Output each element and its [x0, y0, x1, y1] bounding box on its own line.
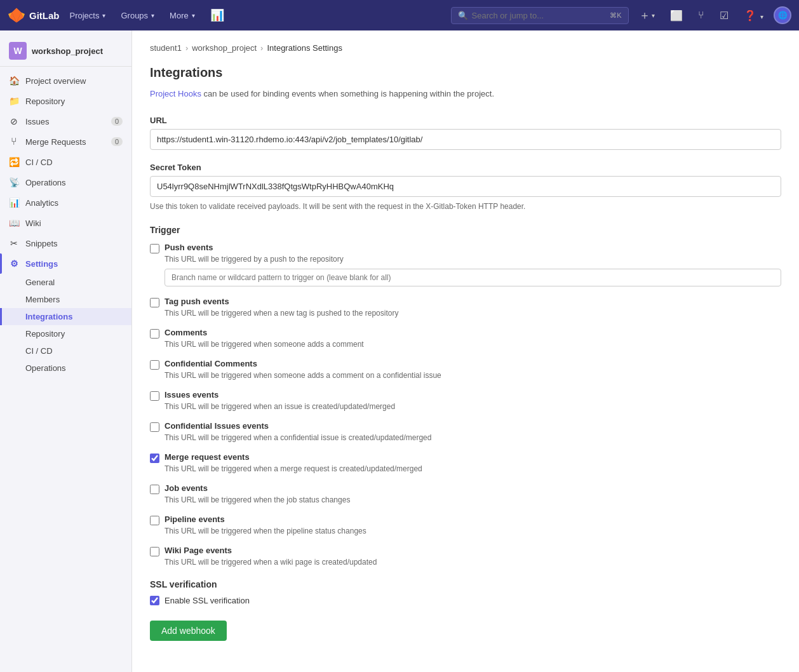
pipeline-events-checkbox[interactable]: [150, 516, 159, 525]
sidebar-item-label: Analytics: [25, 198, 58, 208]
sidebar-item-label: Merge Requests: [25, 137, 86, 147]
breadcrumb-current: Integrations Settings: [267, 43, 342, 53]
url-label: URL: [150, 116, 781, 125]
project-header: W workshop_project: [0, 36, 131, 67]
merge-request-events-name: Merge request events: [164, 452, 250, 462]
job-events-checkbox[interactable]: [150, 485, 159, 494]
breadcrumb: student1 › workshop_project › Integratio…: [150, 43, 781, 53]
issues-events-name: Issues events: [164, 390, 218, 400]
groups-chevron-icon: ▾: [151, 12, 154, 19]
sidebar-item-project-overview[interactable]: 🏠 Project overview: [0, 71, 131, 91]
confidential-issues-events-name: Confidential Issues events: [164, 421, 269, 431]
sidebar-item-merge-requests[interactable]: ⑂ Merge Requests 0: [0, 131, 131, 152]
merge-request-icon-btn[interactable]: ⑂: [693, 7, 709, 24]
url-section: URL: [150, 116, 781, 150]
breadcrumb-workshop-project[interactable]: workshop_project: [192, 43, 257, 53]
pipeline-events-name: Pipeline events: [164, 514, 225, 524]
comments-desc: This URL will be triggered when someone …: [164, 340, 781, 349]
trigger-confidential-comments: Confidential Comments This URL will be t…: [150, 359, 781, 380]
sidebar-subitem-repository[interactable]: Repository: [0, 325, 131, 342]
sidebar-subitem-cicd[interactable]: CI / CD: [0, 342, 131, 360]
trigger-confidential-issues-events: Confidential Issues events This URL will…: [150, 421, 781, 442]
secret-hint: Use this token to validate received payl…: [150, 201, 781, 212]
sidebar-item-operations[interactable]: 📡 Operations: [0, 172, 131, 192]
user-avatar-btn[interactable]: 🌐: [774, 6, 791, 24]
search-icon: 🔍: [458, 11, 468, 20]
add-webhook-button[interactable]: Add webhook: [150, 621, 227, 641]
sidebar-item-wiki[interactable]: 📖 Wiki: [0, 213, 131, 233]
wiki-page-events-desc: This URL will be triggered when a wiki p…: [164, 558, 781, 567]
wiki-page-events-checkbox[interactable]: [150, 547, 159, 556]
sidebar-item-label: Snippets: [25, 239, 58, 248]
sidebar-subitem-members[interactable]: Members: [0, 291, 131, 308]
search-bar: 🔍 ⌘K: [451, 7, 629, 24]
comments-checkbox[interactable]: [150, 329, 159, 339]
app-layout: W workshop_project 🏠 Project overview 📁 …: [0, 30, 799, 672]
groups-menu-btn[interactable]: Groups ▾: [116, 8, 159, 23]
confidential-issues-events-checkbox[interactable]: [150, 422, 159, 432]
trigger-tag-push-events: Tag push events This URL will be trigger…: [150, 297, 781, 318]
plus-icon: ＋: [639, 8, 650, 23]
page-description: Project Hooks can be used for binding ev…: [150, 88, 781, 100]
project-hooks-link[interactable]: Project Hooks: [150, 89, 201, 98]
todo-icon-btn[interactable]: ☑: [715, 7, 734, 24]
issues-icon: ⊘: [9, 116, 19, 126]
issues-events-checkbox[interactable]: [150, 391, 159, 401]
home-icon: 🏠: [9, 76, 19, 86]
help-btn[interactable]: ❓ ▾: [739, 7, 769, 24]
trigger-issues-events: Issues events This URL will be triggered…: [150, 390, 781, 411]
breadcrumb-sep2: ›: [260, 43, 263, 53]
sidebar-item-label: Project overview: [25, 76, 86, 86]
gitlab-logo[interactable]: GitLab: [8, 6, 60, 24]
trigger-pipeline-events: Pipeline events This URL will be trigger…: [150, 514, 781, 535]
sidebar-item-snippets[interactable]: ✂ Snippets: [0, 233, 131, 253]
sidebar-item-issues[interactable]: ⊘ Issues 0: [0, 111, 131, 131]
url-input[interactable]: [150, 129, 781, 150]
wiki-page-events-name: Wiki Page events: [164, 546, 232, 555]
merge-request-events-checkbox[interactable]: [150, 454, 159, 463]
sidebar-item-label: CI / CD: [25, 158, 53, 167]
tag-push-events-checkbox[interactable]: [150, 298, 159, 307]
snippets-icon: ✂: [9, 238, 19, 248]
more-menu-btn[interactable]: More ▾: [164, 8, 200, 23]
sidebar-item-label: Settings: [25, 259, 58, 269]
sidebar-item-label: Repository: [25, 97, 65, 106]
new-item-btn[interactable]: ＋ ▾: [634, 5, 660, 25]
sidebar-item-label: Operations: [25, 178, 66, 187]
sidebar-subitem-integrations[interactable]: Integrations: [0, 308, 131, 325]
search-input[interactable]: [472, 11, 607, 20]
sidebar-item-cicd[interactable]: 🔁 CI / CD: [0, 152, 131, 172]
ssl-title: SSL verification: [150, 579, 781, 589]
sidebar-item-analytics[interactable]: 📊 Analytics: [0, 192, 131, 213]
push-events-checkbox[interactable]: [150, 244, 159, 253]
avatar-icon: 🌐: [778, 11, 788, 20]
branch-pattern-input[interactable]: [164, 269, 781, 286]
activity-chart-btn[interactable]: 📊: [205, 6, 229, 25]
sidebar-subitem-general[interactable]: General: [0, 274, 131, 291]
tag-push-events-desc: This URL will be triggered when a new ta…: [164, 309, 781, 318]
folder-icon: 📁: [9, 96, 19, 106]
help-chevron-icon: ▾: [760, 13, 763, 20]
breadcrumb-student1[interactable]: student1: [150, 43, 182, 53]
trigger-job-events: Job events This URL will be triggered wh…: [150, 483, 781, 504]
projects-menu-btn[interactable]: Projects ▾: [65, 8, 111, 23]
sidebar: W workshop_project 🏠 Project overview 📁 …: [0, 30, 132, 672]
ssl-label: Enable SSL verification: [164, 596, 250, 605]
trigger-title: Trigger: [150, 225, 781, 235]
sidebar-item-settings[interactable]: ⚙ Settings: [0, 253, 131, 274]
topnav: GitLab Projects ▾ Groups ▾ More ▾ 📊 🔍 ⌘K…: [0, 0, 799, 30]
profile-btn[interactable]: ⬜: [665, 7, 688, 24]
sidebar-item-label: Wiki: [25, 218, 41, 228]
confidential-comments-checkbox[interactable]: [150, 360, 159, 370]
secret-token-input[interactable]: [150, 176, 781, 197]
secret-token-section: Secret Token Use this token to validate …: [150, 163, 781, 212]
search-kbd: ⌘K: [610, 11, 621, 20]
project-avatar: W: [9, 42, 27, 60]
issues-events-desc: This URL will be triggered when an issue…: [164, 402, 781, 411]
ssl-section: SSL verification Enable SSL verification: [150, 579, 781, 605]
sidebar-subitem-operations[interactable]: Operations: [0, 360, 131, 377]
merge-icon: ⑂: [9, 137, 19, 147]
issues-badge: 0: [111, 117, 123, 126]
ssl-checkbox[interactable]: [150, 596, 159, 605]
sidebar-item-repository[interactable]: 📁 Repository: [0, 91, 131, 111]
